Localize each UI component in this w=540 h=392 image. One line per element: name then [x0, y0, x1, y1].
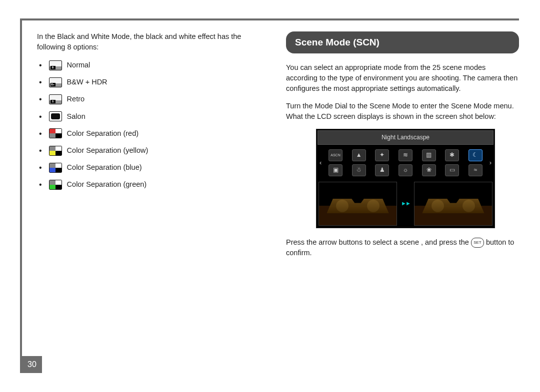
scene-icon: ❀: [422, 164, 436, 176]
scene-row-1: ASCN ▲ ✦ ≋ ▥ ✱ ☾: [328, 148, 482, 163]
bw-option-label: B&W + HDR: [67, 77, 108, 87]
scene-icon: ▣: [328, 164, 342, 176]
scene-mode-desc-2: Turn the Mode Dial to the Scene Mode to …: [286, 101, 519, 122]
lcd-screenshot: Night Landscaspe ‹ › ASCN ▲ ✦ ≋ ▥ ✱ ☾ ▣: [316, 129, 495, 228]
bw-intro-text: In the Black and White Mode, the black a…: [37, 31, 268, 52]
bw-option-label: Retro: [67, 94, 84, 104]
preview-after: [414, 182, 492, 226]
right-column: Scene Mode (SCN) You can select an appro…: [286, 31, 519, 265]
chevron-left-icon: ‹: [320, 158, 322, 168]
scene-icon: ≋: [398, 149, 412, 161]
preview-before: [318, 182, 397, 226]
bw-normal-icon: B: [49, 60, 62, 70]
scene-icon: ASCN: [328, 149, 342, 161]
scene-icon: ≈: [468, 164, 482, 176]
page-number: 30: [22, 356, 42, 373]
content: In the Black and White Mode, the black a…: [22, 20, 519, 265]
bw-option-label: Color Separation (blue): [67, 162, 142, 173]
transform-arrow-icon: ►►: [401, 200, 410, 208]
color-sep-red-icon: [49, 128, 62, 138]
scene-mode-header: Scene Mode (SCN): [286, 31, 519, 53]
set-button-icon: SET: [471, 238, 484, 248]
scene-icon: ✦: [375, 149, 389, 161]
bw-option-hdr: B+ B&W + HDR: [39, 76, 268, 88]
color-sep-blue-icon: [49, 163, 62, 173]
scene-icon: ▥: [422, 149, 436, 161]
scene-icon: ☼: [398, 164, 412, 176]
scene-mode-instruction: Press the arrow buttons to select a scen…: [286, 237, 519, 258]
scene-icon: ☃: [352, 164, 366, 176]
bw-option-label: Normal: [67, 60, 90, 70]
scene-icon: ▲: [352, 149, 366, 161]
color-sep-yellow-icon: [49, 146, 62, 156]
scene-icon: ✱: [445, 149, 459, 161]
bw-salon-icon: [49, 111, 62, 121]
scene-icon-grid: ‹ › ASCN ▲ ✦ ≋ ▥ ✱ ☾ ▣ ☃ ♟: [316, 146, 494, 180]
chevron-right-icon: ›: [490, 158, 492, 168]
bw-option-label: Color Separation (yellow): [67, 145, 148, 156]
bw-retro-icon: S: [49, 94, 62, 104]
bw-option-normal: B Normal: [39, 59, 268, 71]
bw-option-salon: Salon: [39, 111, 268, 122]
bw-option-sep-red: Color Separation (red): [39, 128, 268, 139]
lcd-title: Night Landscaspe: [318, 130, 494, 145]
bw-option-label: Salon: [67, 111, 86, 122]
bw-options-list: B Normal B+ B&W + HDR S Retro Salon: [37, 59, 268, 191]
preview-row: ►►: [316, 180, 494, 228]
bw-option-sep-yellow: Color Separation (yellow): [39, 145, 268, 156]
bw-option-sep-blue: Color Separation (blue): [39, 162, 268, 173]
page-frame: 30 In the Black and White Mode, the blac…: [20, 18, 519, 373]
scene-icon: ♟: [375, 164, 389, 176]
color-sep-green-icon: [49, 180, 62, 190]
bw-option-sep-green: Color Separation (green): [39, 179, 268, 190]
bw-option-label: Color Separation (green): [67, 179, 147, 190]
bw-option-retro: S Retro: [39, 93, 268, 105]
bw-hdr-icon: B+: [49, 77, 62, 87]
scene-icon-selected: ☾: [468, 149, 482, 161]
bw-option-label: Color Separation (red): [67, 128, 138, 139]
left-column: In the Black and White Mode, the black a…: [37, 31, 268, 265]
scene-row-2: ▣ ☃ ♟ ☼ ❀ ▭ ≈: [328, 163, 482, 178]
scene-icon: ▭: [445, 164, 459, 176]
scene-mode-desc-1: You can select an appropriate mode from …: [286, 62, 519, 94]
